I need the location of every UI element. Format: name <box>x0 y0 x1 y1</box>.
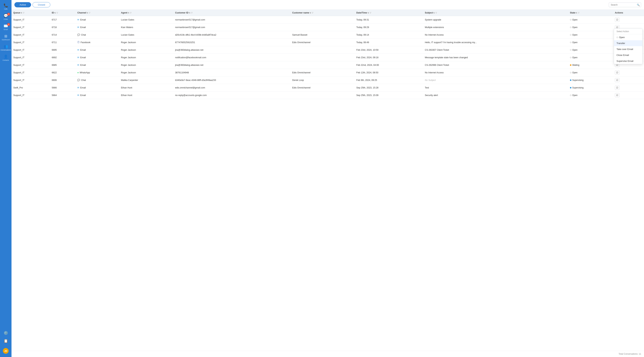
col-state[interactable]: State⇅▽ <box>568 10 613 16</box>
datetime-cell: Feb 12th, 2024, 08:50 <box>354 69 423 76</box>
dropdown-item-supervise[interactable]: Supervise Email <box>614 58 642 64</box>
col-agent[interactable]: Agent⇅▽ <box>119 10 173 16</box>
filter-icon-id[interactable]: ▽ <box>56 12 58 14</box>
sidebar-item-email[interactable]: ✉️Email1 <box>0 22 12 32</box>
filter-icon-queue[interactable]: ▽ <box>23 12 24 14</box>
state-label: Waiting <box>572 64 580 66</box>
channel-label: Email <box>80 64 86 66</box>
tab-active[interactable]: Active <box>14 2 31 7</box>
state-cell: Open <box>570 94 578 97</box>
chat-channel-icon: 💬 <box>77 34 80 36</box>
table-row: Support_IT6606💬 ChatMalika Carpenterb340… <box>12 76 644 84</box>
sort-icon-id[interactable]: ⇅ <box>54 12 56 14</box>
customer_name-cell <box>290 16 354 24</box>
state-dot-open <box>570 42 572 43</box>
sort-icon-channel[interactable]: ⇅ <box>86 12 88 14</box>
state-label: Open <box>572 56 578 59</box>
col-label-actions: Actions <box>615 12 623 14</box>
queue-cell: Support_IT <box>12 54 50 61</box>
filter-icon-customer_name[interactable]: ▽ <box>312 12 313 14</box>
sort-icon-state[interactable]: ⇅ <box>576 12 577 14</box>
main-content: Active Closed 🔍 Queue⇅▽ID⇅▽Channel⇅▽Agen… <box>12 0 644 357</box>
col-id[interactable]: ID⇅▽ <box>50 10 76 16</box>
dropdown-item-open[interactable]: Open <box>614 34 642 40</box>
customer_id-cell: jira@360dialog.atlassian.net <box>173 61 290 69</box>
action-menu-button[interactable]: ☑ <box>615 78 620 82</box>
sort-icon-datetime[interactable]: ⇅ <box>368 12 369 14</box>
channel-cell: 💬 Chat <box>77 79 86 81</box>
search-input[interactable] <box>609 3 641 7</box>
sidebar-item-dashboard[interactable]: ⊞Dashboard <box>0 32 12 43</box>
sort-icon-customer_id[interactable]: ⇅ <box>189 12 190 14</box>
table-row: Support_IT6622● WhatsAppRoger Jackson387… <box>12 69 644 76</box>
state-cell: Supervising <box>568 84 613 92</box>
filter-icon-agent[interactable]: ▽ <box>130 12 131 14</box>
channel-cell: ✉ Email <box>76 24 119 31</box>
col-customer_id[interactable]: Customer ID⇅▽ <box>173 10 290 16</box>
customer_name-cell <box>290 46 354 54</box>
customer_id-cell: normanbrown517@gmail.com <box>173 24 290 31</box>
table-row: Support_IT6711ⓕ FacebookRoger Jackson677… <box>12 39 644 46</box>
filter-icon-subject[interactable]: ▽ <box>436 12 437 14</box>
action-menu-button[interactable]: ☑ <box>615 71 620 75</box>
sidebar-item-contacts[interactable]: 👤Contacts <box>0 53 12 63</box>
sort-icon-agent[interactable]: ⇅ <box>128 12 129 14</box>
state-cell: Open <box>570 49 578 51</box>
action-menu-button[interactable]: ☑ <box>615 86 620 90</box>
sidebar-item-notepad[interactable]: 📋 <box>0 337 12 345</box>
agent-cell: Lucian Gates <box>119 31 173 39</box>
sidebar-label-conversations: Conversations <box>0 49 11 51</box>
channel-label: Facebook <box>80 41 90 44</box>
customer_id-cell: edis.omnichannel@gmail.com <box>173 84 290 92</box>
calls-icon: 📞 <box>4 3 8 8</box>
queue-cell: Swift_Pro <box>12 84 50 92</box>
search-icon: 🔍 <box>637 4 640 6</box>
queue-cell: Support_IT <box>12 61 50 69</box>
table-row: Swift_Pro5666✉ EmailEthan Huntedis.omnic… <box>12 84 644 92</box>
datetime-cell: Today, 08:49 <box>354 39 423 46</box>
subject-cell: Security alert <box>423 92 568 99</box>
email-channel-icon: ✉ <box>77 49 79 51</box>
filter-icon-customer_id[interactable]: ▽ <box>191 12 192 14</box>
agent-cell: Malika Carpenter <box>119 76 173 84</box>
sidebar-item-chats[interactable]: 💬Chats7 <box>0 12 12 22</box>
action-menu-button[interactable]: ☑ <box>615 93 620 97</box>
id-cell: 6692 <box>50 54 76 61</box>
user-avatar[interactable]: JD <box>0 346 12 355</box>
col-channel[interactable]: Channel⇅▽ <box>76 10 119 16</box>
sort-icon-queue[interactable]: ⇅ <box>21 12 22 14</box>
filter-icon-channel[interactable]: ▽ <box>89 12 90 14</box>
col-datetime[interactable]: Date/Time⇅▽ <box>354 10 423 16</box>
sidebar-item-conversations[interactable]: 👥Conversations <box>0 43 12 53</box>
subject-cell: No Subject <box>423 76 568 84</box>
queue-cell: Support_IT <box>12 31 50 39</box>
email-channel-icon: ✉ <box>77 18 79 21</box>
subject-cell: Security alert <box>425 94 438 97</box>
state-label: Open <box>572 49 578 51</box>
state-dot-open <box>570 19 572 21</box>
col-subject[interactable]: Subject⇅▽ <box>423 10 568 16</box>
channel-cell: 💬 Chat <box>77 34 86 36</box>
sort-icon-subject[interactable]: ⇅ <box>433 12 435 14</box>
channel-cell: ✉ Email <box>77 86 86 89</box>
tab-closed[interactable]: Closed <box>32 2 50 7</box>
col-label-state: State <box>570 12 576 14</box>
filter-icon-state[interactable]: ▽ <box>578 12 579 14</box>
action-menu-button[interactable]: ☑ <box>615 18 620 22</box>
table-container: Queue⇅▽ID⇅▽Channel⇅▽Agent⇅▽Customer ID⇅▽… <box>12 10 644 351</box>
channel-cell: ✉ Email <box>77 64 86 66</box>
filter-icon-datetime[interactable]: ▽ <box>370 12 371 14</box>
sidebar-item-calls[interactable]: 📞Calls <box>0 2 12 12</box>
sidebar-item-settings[interactable]: ⚙️ <box>0 329 12 337</box>
state-cell: Open <box>568 16 613 24</box>
col-queue[interactable]: Queue⇅▽ <box>12 10 50 16</box>
customer_id-cell: normanbrown517@gmail.com <box>173 16 290 24</box>
channel-cell: ✉ Email <box>76 84 119 92</box>
dropdown-item-takeover[interactable]: Take over Email <box>614 46 642 52</box>
dropdown-item-close[interactable]: Close Email <box>614 52 642 58</box>
col-customer_name[interactable]: Customer name⇅▽ <box>290 10 354 16</box>
datetime-cell: Sep 25th, 2023, 15:09 <box>354 92 423 99</box>
sort-icon-customer_name[interactable]: ⇅ <box>310 12 311 14</box>
dropdown-item-transfer[interactable]: Transfer <box>614 40 642 46</box>
state-cell: Open <box>568 92 613 99</box>
